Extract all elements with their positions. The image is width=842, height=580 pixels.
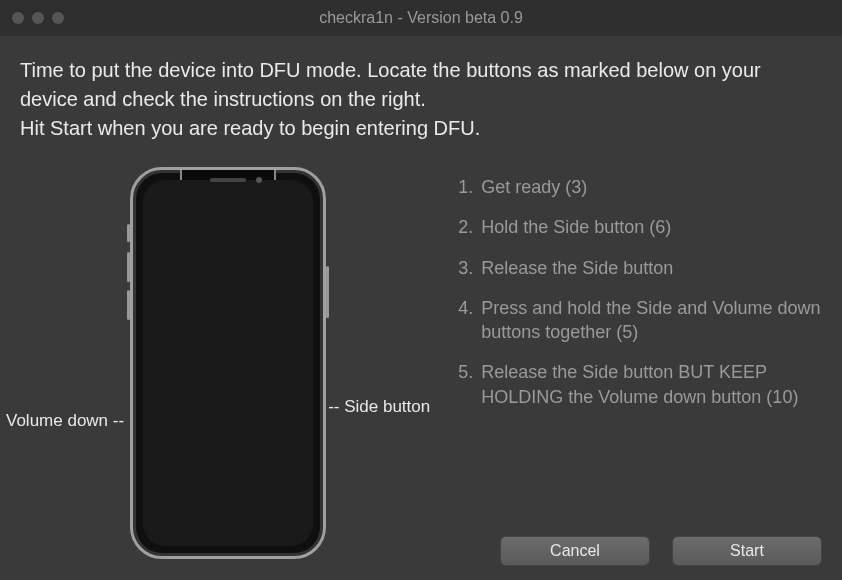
- volume-down-label: Volume down --: [6, 411, 124, 431]
- close-window-icon[interactable]: [12, 12, 24, 24]
- volume-down-icon: [127, 290, 130, 320]
- step-text: Release the Side button BUT KEEP HOLDING…: [481, 360, 822, 409]
- instructions-text: Time to put the device into DFU mode. Lo…: [20, 56, 822, 143]
- titlebar: checkra1n - Version beta 0.9: [0, 0, 842, 36]
- side-text: Side button: [344, 397, 430, 416]
- side-button-label: -- Side button: [328, 397, 430, 417]
- window-controls: [12, 12, 64, 24]
- cancel-button[interactable]: Cancel: [500, 536, 650, 566]
- step-number: 5.: [458, 360, 473, 409]
- start-button[interactable]: Start: [672, 536, 822, 566]
- step-text: Hold the Side button (6): [481, 215, 671, 239]
- phone-illustration: [130, 167, 326, 559]
- main-area: Volume down -- -- Side button 1. Get rea…: [20, 167, 822, 559]
- zoom-window-icon[interactable]: [52, 12, 64, 24]
- mute-switch-icon: [127, 224, 130, 242]
- step-item: 5. Release the Side button BUT KEEP HOLD…: [458, 360, 822, 409]
- main-content: Time to put the device into DFU mode. Lo…: [0, 36, 842, 559]
- device-diagram: Volume down -- -- Side button: [6, 167, 430, 559]
- step-item: 1. Get ready (3): [458, 175, 822, 199]
- side-button-icon: [326, 266, 329, 318]
- phone-speaker-icon: [210, 178, 246, 182]
- side-tick: --: [328, 397, 339, 416]
- step-number: 3.: [458, 256, 473, 280]
- step-item: 3. Release the Side button: [458, 256, 822, 280]
- steps-list: 1. Get ready (3) 2. Hold the Side button…: [440, 167, 822, 425]
- step-number: 1.: [458, 175, 473, 199]
- step-text: Press and hold the Side and Volume down …: [481, 296, 822, 345]
- volume-up-icon: [127, 252, 130, 282]
- step-number: 2.: [458, 215, 473, 239]
- minimize-window-icon[interactable]: [32, 12, 44, 24]
- step-item: 2. Hold the Side button (6): [458, 215, 822, 239]
- step-item: 4. Press and hold the Side and Volume do…: [458, 296, 822, 345]
- window-title: checkra1n - Version beta 0.9: [319, 9, 523, 27]
- footer-buttons: Cancel Start: [0, 526, 842, 580]
- step-text: Get ready (3): [481, 175, 587, 199]
- step-number: 4.: [458, 296, 473, 345]
- step-text: Release the Side button: [481, 256, 673, 280]
- phone-screen: [143, 180, 313, 546]
